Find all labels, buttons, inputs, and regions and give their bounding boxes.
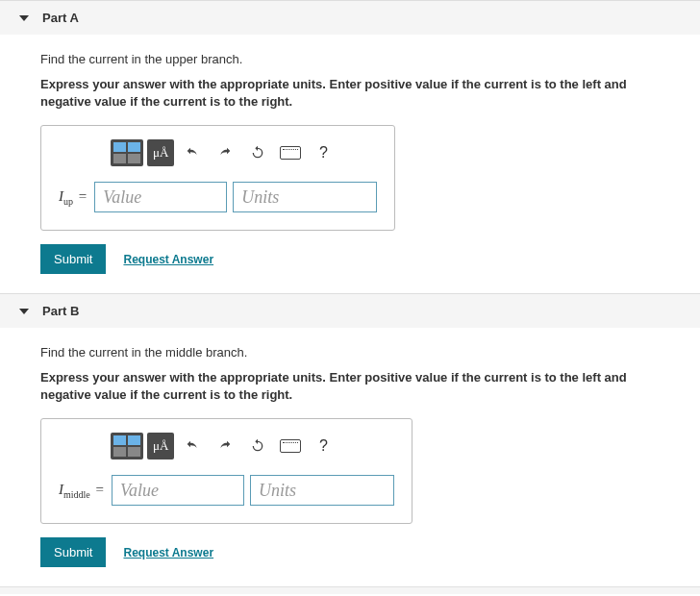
help-button[interactable]: ? [309, 139, 338, 166]
part-b-variable-label: Imiddle = [59, 482, 106, 500]
part-b-body: Find the current in the middle branch. E… [0, 328, 700, 586]
part-a-variable-label: Iup = [59, 188, 88, 207]
part-b-title: Part B [42, 304, 79, 318]
help-icon: ? [319, 437, 328, 455]
part-a-instructions: Express your answer with the appropriate… [40, 76, 681, 110]
part-a-request-answer-link[interactable]: Request Answer [123, 253, 213, 266]
fraction-template-button[interactable] [111, 433, 143, 459]
equals-sign: = [96, 482, 104, 497]
part-b-toolbar: μÅ ? [111, 433, 394, 459]
part-a-prompt: Find the current in the upper branch. [40, 52, 681, 66]
part-b-prompt: Find the current in the middle branch. [40, 345, 681, 360]
chevron-down-icon [19, 309, 29, 314]
keyboard-icon [280, 439, 301, 453]
part-a-input-row: Iup = [59, 182, 377, 212]
part-a-answer-box: μÅ ? Iup = [40, 125, 395, 231]
reset-button[interactable] [243, 433, 272, 459]
undo-button[interactable] [178, 139, 207, 166]
units-symbol-button[interactable]: μÅ [147, 433, 174, 459]
part-b-instructions: Express your answer with the appropriate… [40, 369, 681, 403]
part-a-toolbar: μÅ ? [111, 139, 377, 166]
part-a-section: Part A Find the current in the upper bra… [0, 0, 700, 293]
var-subscript: middle [63, 489, 90, 500]
reset-icon [250, 145, 265, 161]
undo-icon [185, 145, 200, 161]
part-a-title: Part A [42, 11, 79, 25]
part-b-answer-box: μÅ ? Imiddle [40, 418, 412, 524]
undo-icon [185, 438, 200, 454]
part-a-actions: Submit Request Answer [40, 244, 681, 274]
part-a-header[interactable]: Part A [0, 1, 700, 35]
part-b-submit-button[interactable]: Submit [40, 537, 106, 567]
fraction-icon [113, 435, 140, 457]
redo-icon [217, 438, 233, 454]
keyboard-icon [280, 146, 301, 160]
units-symbol-button[interactable]: μÅ [147, 139, 174, 166]
part-b-units-input[interactable] [250, 475, 394, 506]
fraction-icon [113, 142, 140, 163]
reset-icon [250, 438, 265, 454]
help-icon: ? [319, 144, 328, 161]
fraction-template-button[interactable] [111, 139, 143, 166]
part-b-actions: Submit Request Answer [40, 537, 681, 567]
part-a-submit-button[interactable]: Submit [40, 244, 106, 274]
keyboard-button[interactable] [276, 433, 305, 459]
keyboard-button[interactable] [276, 139, 305, 166]
part-b-request-answer-link[interactable]: Request Answer [123, 546, 213, 559]
help-button[interactable]: ? [309, 433, 338, 459]
part-b-section: Part B Find the current in the middle br… [0, 293, 700, 586]
part-b-header[interactable]: Part B [0, 294, 700, 328]
redo-icon [217, 145, 233, 161]
page-footer-gap [0, 586, 700, 594]
part-a-value-input[interactable] [94, 182, 227, 212]
part-b-value-input[interactable] [112, 475, 244, 506]
redo-button[interactable] [211, 139, 239, 166]
chevron-down-icon [19, 15, 29, 21]
redo-button[interactable] [211, 433, 239, 459]
var-subscript: up [63, 196, 73, 207]
part-a-units-input[interactable] [233, 182, 377, 212]
equals-sign: = [79, 188, 87, 204]
reset-button[interactable] [243, 139, 272, 166]
part-a-body: Find the current in the upper branch. Ex… [0, 35, 700, 293]
undo-button[interactable] [178, 433, 207, 459]
part-b-input-row: Imiddle = [59, 475, 394, 506]
